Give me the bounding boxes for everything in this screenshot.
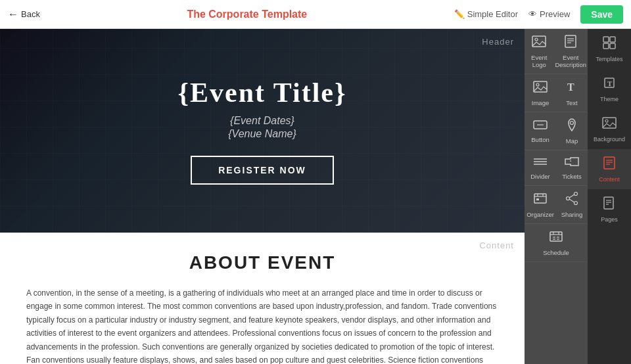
svg-line-24	[569, 199, 574, 202]
pages-label: Pages	[601, 216, 618, 223]
top-right-actions: ✏️ Simple Editor 👁 Preview Save	[454, 5, 623, 24]
tab-theme[interactable]: T Theme	[588, 69, 631, 109]
svg-rect-20	[536, 198, 539, 200]
tabs-panel: Templates T Theme	[588, 29, 631, 364]
svg-point-41	[605, 120, 608, 122]
tab-background[interactable]: Background	[588, 109, 631, 149]
event-dates: {Event Dates}	[230, 115, 294, 127]
about-text: A convention, in the sense of a meeting,…	[26, 286, 498, 364]
page-title: The Corporate Template	[40, 9, 454, 20]
content-icon	[602, 156, 617, 173]
tool-schedule[interactable]: Schedule	[542, 224, 571, 262]
svg-text:T: T	[607, 80, 613, 87]
tool-divider[interactable]: Divider	[525, 150, 556, 185]
tool-sharing[interactable]: Sharing	[556, 186, 588, 223]
tool-tickets[interactable]: Tickets	[556, 150, 588, 185]
text-icon: T	[565, 80, 579, 97]
sharing-label: Sharing	[561, 211, 583, 218]
button-icon	[533, 119, 548, 134]
svg-point-23	[567, 197, 570, 200]
preview-icon: 👁	[528, 9, 537, 19]
background-icon	[602, 116, 617, 133]
svg-rect-35	[610, 37, 615, 42]
svg-rect-2	[565, 35, 576, 47]
svg-text:T: T	[567, 81, 574, 93]
event-logo-label: Event Logo	[526, 54, 552, 68]
schedule-icon	[549, 229, 563, 247]
svg-point-11	[571, 122, 574, 125]
back-arrow-icon: ←	[8, 9, 18, 20]
tool-image[interactable]: Image	[525, 74, 556, 112]
editor-icon: ✏️	[454, 9, 465, 19]
text-label: Text	[566, 99, 577, 106]
sharing-icon	[565, 191, 579, 209]
event-title: {Event Title}	[177, 77, 346, 108]
tool-row-2: Image T Text	[525, 74, 588, 112]
header-content: {Event Title} {Event Dates} {Venue Name}…	[0, 29, 525, 233]
svg-point-7	[536, 83, 539, 86]
tab-content[interactable]: Content	[588, 149, 631, 189]
event-description-icon	[563, 34, 578, 52]
tickets-label: Tickets	[562, 173, 582, 180]
event-logo-icon	[532, 34, 546, 52]
image-label: Image	[532, 99, 549, 106]
tool-organizer[interactable]: Organizer	[525, 186, 556, 223]
tool-row-4: Divider Tickets	[525, 150, 588, 186]
header-section: Header {Event Title} {Event Dates} {Venu…	[0, 29, 525, 233]
event-description-label: Event Description	[555, 54, 586, 68]
right-panel: Event Logo Event Description	[525, 29, 631, 364]
tool-row-5: Organizer Sharing	[525, 186, 588, 224]
tab-templates[interactable]: Templates	[588, 29, 631, 69]
event-venue: {Venue Name}	[228, 128, 296, 140]
tool-map[interactable]: Map	[556, 112, 588, 150]
register-now-button[interactable]: REGISTER NOW	[191, 156, 334, 185]
pages-icon	[602, 196, 617, 214]
svg-line-25	[569, 194, 574, 198]
tab-pages[interactable]: Pages	[588, 189, 631, 229]
theme-icon: T	[602, 76, 617, 93]
organizer-icon	[533, 191, 548, 209]
svg-rect-42	[604, 157, 615, 169]
schedule-label: Schedule	[543, 249, 569, 256]
svg-point-21	[574, 193, 578, 196]
templates-icon	[602, 35, 617, 53]
back-label: Back	[21, 9, 40, 19]
editor-label: Simple Editor	[467, 9, 518, 19]
tool-event-description[interactable]: Event Description	[553, 29, 588, 74]
organizer-label: Organizer	[526, 211, 554, 218]
content-label-tab: Content	[599, 176, 620, 183]
save-button[interactable]: Save	[580, 5, 623, 24]
theme-label: Theme	[600, 96, 619, 102]
top-bar: ← Back The Corporate Template ✏️ Simple …	[0, 0, 631, 29]
image-icon	[533, 80, 548, 97]
templates-label: Templates	[596, 56, 622, 62]
tools-panel: Event Logo Event Description	[525, 29, 588, 364]
preview-button[interactable]: 👁 Preview	[528, 9, 570, 19]
back-button[interactable]: ← Back	[8, 9, 40, 20]
tool-button[interactable]: Button	[525, 112, 556, 150]
map-icon	[565, 118, 579, 135]
svg-rect-16	[534, 194, 546, 203]
tool-event-logo[interactable]: Event Logo	[525, 29, 553, 74]
background-label: Background	[594, 136, 625, 143]
divider-icon	[533, 156, 548, 171]
map-label: Map	[566, 137, 578, 145]
content-section: Content ABOUT EVENT A convention, in the…	[0, 233, 525, 364]
simple-editor-button[interactable]: ✏️ Simple Editor	[454, 9, 518, 19]
svg-point-22	[574, 202, 578, 205]
preview-label: Preview	[540, 9, 570, 19]
tool-text[interactable]: T Text	[556, 74, 588, 112]
svg-rect-46	[604, 197, 613, 209]
main-layout: Header {Event Title} {Event Dates} {Venu…	[0, 29, 631, 364]
svg-point-1	[535, 38, 538, 41]
tool-row-6: Schedule	[525, 224, 588, 262]
tool-row-3: Button Map	[525, 112, 588, 150]
tickets-icon	[565, 156, 579, 171]
about-title: ABOUT EVENT	[26, 252, 498, 273]
svg-rect-37	[610, 43, 615, 49]
canvas: Header {Event Title} {Event Dates} {Venu…	[0, 29, 525, 364]
svg-rect-6	[534, 81, 547, 92]
svg-rect-36	[603, 43, 609, 49]
button-label: Button	[531, 136, 549, 143]
content-label: Content	[479, 240, 514, 250]
